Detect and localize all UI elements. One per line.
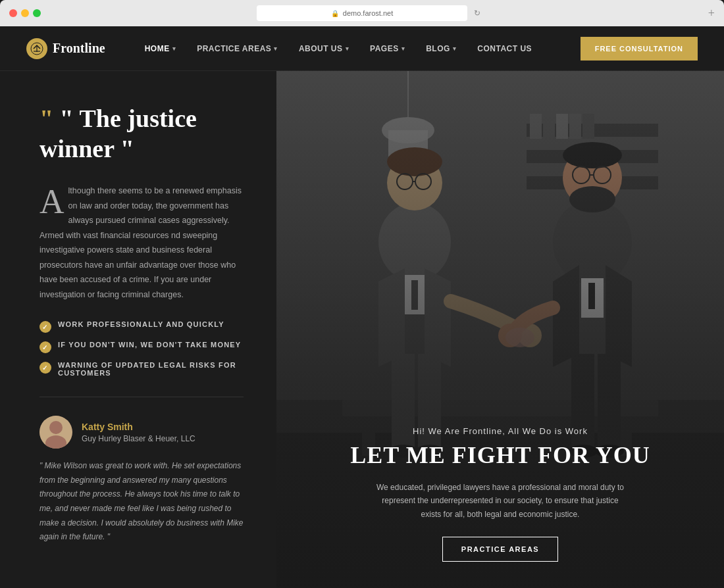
maximize-button[interactable] — [33, 9, 41, 17]
nav-pages[interactable]: PAGES ▾ — [370, 44, 405, 53]
list-item: ✓ WORK PROFESSIONALLY AND QUICKLY — [39, 320, 244, 333]
left-panel: " " The justice winner " Although there … — [0, 71, 276, 588]
practice-areas-button[interactable]: PRACTICE AREAS — [442, 537, 558, 562]
website-container: Frontline HOME ▾ PRACTICE AREAS ▾ ABOUT … — [0, 26, 724, 588]
hero-title: " " The justice winner " — [39, 104, 244, 164]
nav-about-us[interactable]: ABOUT US ▾ — [299, 44, 349, 53]
nav-blog[interactable]: BLOG ▾ — [426, 44, 456, 53]
list-item: ✓ WARNING OF UPDATED LEGAL RISKS FOR CUS… — [39, 361, 244, 377]
list-item: ✓ IF YOU DON'T WIN, WE DON'T TAKE MONEY — [39, 341, 244, 353]
reload-icon[interactable]: ↻ — [474, 9, 480, 18]
chevron-down-icon: ▾ — [274, 45, 278, 52]
hero-body-text: Although there seems to be a renewed emp… — [39, 184, 244, 302]
right-panel: Hi! We Are Frontline, All We Do is Work … — [276, 71, 724, 588]
nav-contact-us[interactable]: CONTACT US — [477, 44, 532, 53]
new-tab-button[interactable]: + — [708, 7, 715, 20]
chevron-down-icon: ▾ — [453, 45, 457, 52]
hero-description: We educated, privileged lawyers have a p… — [375, 481, 625, 521]
quote-mark: " — [39, 105, 60, 132]
browser-chrome: 🔒 demo.farost.net ↻ + — [0, 0, 724, 26]
navbar: Frontline HOME ▾ PRACTICE AREAS ▾ ABOUT … — [0, 26, 724, 71]
close-button[interactable] — [9, 9, 17, 17]
chevron-down-icon: ▾ — [346, 45, 349, 52]
svg-point-4 — [49, 421, 63, 434]
divider — [39, 397, 244, 397]
hero-main-title: LET ME FIGHT FOR YOU — [309, 441, 691, 469]
logo-icon — [26, 38, 47, 59]
minimize-button[interactable] — [21, 9, 29, 17]
address-bar[interactable]: 🔒 demo.farost.net ↻ — [257, 5, 467, 21]
avatar-image — [39, 416, 72, 449]
author-name: Katty Smith — [82, 422, 195, 432]
logo[interactable]: Frontline — [26, 38, 105, 59]
testimonial-text: " Mike Wilson was great to work with. He… — [39, 459, 244, 545]
chevron-down-icon: ▾ — [401, 45, 405, 52]
hero-text-overlay: Hi! We Are Frontline, All We Do is Work … — [276, 400, 724, 588]
hero-subtitle: Hi! We Are Frontline, All We Do is Work — [309, 426, 691, 436]
main-content: " " The justice winner " Although there … — [0, 71, 724, 588]
lock-icon: 🔒 — [331, 10, 339, 17]
logo-text: Frontline — [53, 41, 105, 56]
chevron-down-icon: ▾ — [172, 45, 176, 52]
drop-cap: A — [39, 189, 65, 214]
nav-items: HOME ▾ PRACTICE AREAS ▾ ABOUT US ▾ PAGES… — [145, 44, 581, 53]
url-text: demo.farost.net — [343, 9, 393, 17]
free-consultation-button[interactable]: FREE CONSULTATION — [581, 37, 698, 61]
avatar — [39, 416, 72, 449]
author-info: Katty Smith Guy Hurley Blaser & Heuer, L… — [82, 422, 195, 443]
traffic-lights — [9, 9, 41, 17]
feature-list: ✓ WORK PROFESSIONALLY AND QUICKLY ✓ IF Y… — [39, 320, 244, 377]
check-icon: ✓ — [39, 362, 51, 374]
nav-home[interactable]: HOME ▾ — [145, 44, 176, 53]
check-icon: ✓ — [39, 321, 51, 333]
hero-image: Hi! We Are Frontline, All We Do is Work … — [276, 71, 724, 588]
check-icon: ✓ — [39, 341, 51, 353]
testimonial-author: Katty Smith Guy Hurley Blaser & Heuer, L… — [39, 416, 244, 449]
nav-practice-areas[interactable]: PRACTICE AREAS ▾ — [197, 44, 278, 53]
author-company: Guy Hurley Blaser & Heuer, LLC — [82, 434, 195, 443]
